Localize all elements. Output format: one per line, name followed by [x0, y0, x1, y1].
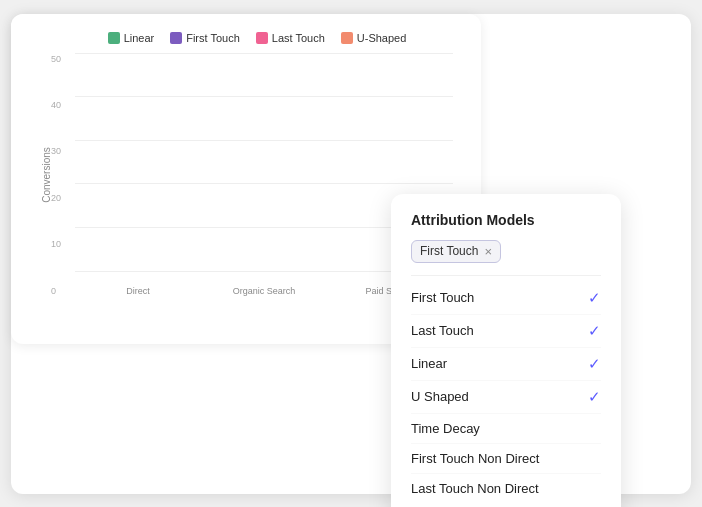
model-item-time-decay[interactable]: Time Decay — [411, 414, 601, 444]
model-label-time-decay: Time Decay — [411, 421, 480, 436]
model-label-last-touch-non-direct: Last Touch Non Direct — [411, 481, 539, 496]
model-list: First Touch ✓ Last Touch ✓ Linear ✓ U Sh… — [411, 275, 601, 503]
attribution-panel: Attribution Models First Touch × First T… — [391, 194, 621, 508]
legend-label-linear: Linear — [124, 32, 155, 44]
model-label-linear: Linear — [411, 356, 447, 371]
model-label-u-shaped: U Shaped — [411, 389, 469, 404]
model-item-first-touch[interactable]: First Touch ✓ — [411, 282, 601, 315]
legend-first-touch: First Touch — [170, 32, 240, 44]
legend-color-first-touch — [170, 32, 182, 44]
legend-last-touch: Last Touch — [256, 32, 325, 44]
checkmark-linear: ✓ — [588, 355, 601, 373]
model-label-first-touch-non-direct: First Touch Non Direct — [411, 451, 539, 466]
active-tag[interactable]: First Touch × — [411, 240, 501, 263]
tag-close-button[interactable]: × — [484, 244, 492, 259]
legend-color-u-shaped — [341, 32, 353, 44]
tag-row: First Touch × — [411, 240, 601, 263]
legend-label-u-shaped: U-Shaped — [357, 32, 407, 44]
panel-title: Attribution Models — [411, 212, 601, 228]
model-label-last-touch: Last Touch — [411, 323, 474, 338]
legend-label-first-touch: First Touch — [186, 32, 240, 44]
legend-color-linear — [108, 32, 120, 44]
model-item-first-touch-non-direct[interactable]: First Touch Non Direct — [411, 444, 601, 474]
model-item-linear[interactable]: Linear ✓ — [411, 348, 601, 381]
x-label-organic: Organic Search — [229, 286, 299, 296]
checkmark-last-touch: ✓ — [588, 322, 601, 340]
model-label-first-touch: First Touch — [411, 290, 474, 305]
model-item-u-shaped[interactable]: U Shaped ✓ — [411, 381, 601, 414]
model-item-last-touch[interactable]: Last Touch ✓ — [411, 315, 601, 348]
checkmark-first-touch: ✓ — [588, 289, 601, 307]
chart-legend: Linear First Touch Last Touch U-Shaped — [51, 32, 463, 44]
legend-color-last-touch — [256, 32, 268, 44]
checkmark-u-shaped: ✓ — [588, 388, 601, 406]
main-container: Linear First Touch Last Touch U-Shaped C… — [11, 14, 691, 494]
legend-linear: Linear — [108, 32, 155, 44]
x-label-direct: Direct — [103, 286, 173, 296]
active-tag-label: First Touch — [420, 244, 478, 258]
legend-label-last-touch: Last Touch — [272, 32, 325, 44]
model-item-last-touch-non-direct[interactable]: Last Touch Non Direct — [411, 474, 601, 503]
y-axis-ticks: 0 10 20 30 40 50 — [51, 54, 71, 296]
legend-u-shaped: U-Shaped — [341, 32, 407, 44]
